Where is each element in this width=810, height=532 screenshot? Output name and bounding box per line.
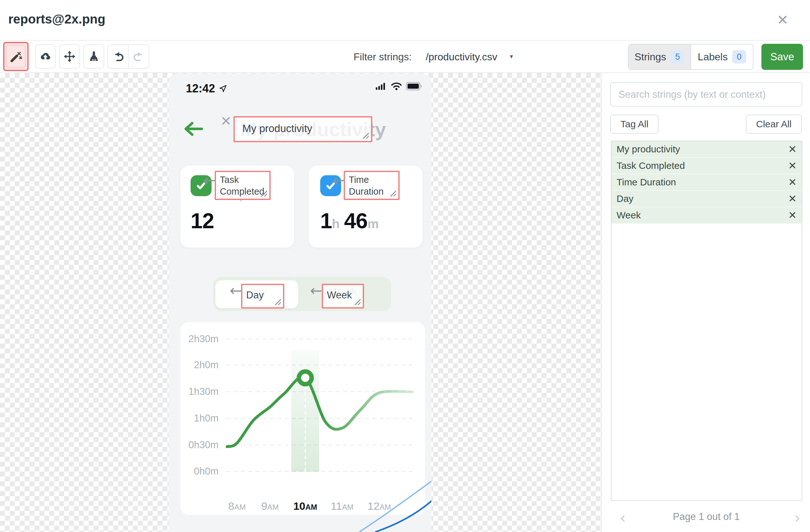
undo-redo-group [107, 45, 149, 69]
redo-icon [131, 49, 146, 64]
string-text: Time Duration [617, 177, 788, 188]
filter-strings-control: Filter strings: /productivity.csv ▼ [354, 40, 514, 73]
week-tag-text: Week [327, 289, 352, 301]
task-tag-text: Task Completed [220, 174, 268, 197]
highlight-band [291, 350, 319, 472]
tag-arrow-icon: ← [310, 283, 322, 298]
string-row[interactable]: My productivity ✕ [612, 141, 802, 158]
duration-value: 1 h 46 m [320, 208, 379, 233]
x-tick[interactable]: 9AM [251, 500, 289, 512]
x-tick[interactable]: 8AM [218, 500, 256, 512]
chevron-down-icon[interactable]: ▼ [508, 54, 514, 60]
filter-strings-label: Filter strings: [354, 51, 412, 63]
brush-icon [87, 50, 100, 63]
x-tick[interactable]: 11AM [323, 500, 361, 512]
tag-arrow-icon: ← [230, 283, 242, 298]
string-row[interactable]: Week ✕ [612, 207, 802, 224]
productivity-chart: 2h30m 2h0m 1h30m 1h0m 0h30m 0h0m 8AM 9AM… [180, 322, 425, 515]
clear-all-button[interactable]: Clear All [746, 115, 802, 134]
task-completed-string-tag[interactable]: Task Completed [215, 171, 271, 200]
strings-count-badge: 5 [670, 50, 684, 64]
title-string-tag[interactable]: My productivity [233, 116, 372, 142]
toolbar: Filter strings: /productivity.csv ▼ Stri… [0, 40, 810, 73]
time-duration-string-tag[interactable]: Time Duration [344, 171, 400, 200]
string-text: My productivity [617, 144, 788, 154]
tab-strings-label: Strings [634, 51, 666, 63]
y-tick: 2h0m [183, 359, 218, 371]
location-arrow-icon [219, 84, 227, 93]
battery-icon [406, 82, 422, 90]
remove-string-icon[interactable]: ✕ [788, 177, 797, 187]
search-input[interactable] [610, 82, 803, 107]
week-string-tag[interactable]: Week [322, 284, 364, 309]
app-window: reports@2x.png ✕ [0, 0, 810, 532]
brush-tool-button[interactable] [83, 45, 104, 69]
day-tag-text: Day [246, 289, 264, 301]
y-tick: 0h30m [183, 439, 218, 451]
tasks-value: 12 [191, 208, 214, 233]
upload-button[interactable] [35, 45, 56, 69]
phone-screenshot: 12:42 [169, 73, 431, 532]
tab-labels[interactable]: Labels 0 [691, 45, 753, 69]
tab-strings[interactable]: Strings 5 [629, 45, 691, 69]
string-text: Week [617, 210, 788, 221]
time-tag-text: Time Duration [349, 174, 396, 197]
phone-status-bar: 12:42 [169, 81, 431, 97]
remove-string-icon[interactable]: ✕ [788, 210, 797, 220]
y-tick: 2h30m [183, 333, 218, 345]
move-tool-button[interactable] [59, 45, 80, 69]
move-icon [63, 50, 76, 63]
cellular-signal-icon [375, 82, 387, 90]
wifi-icon [391, 82, 402, 90]
next-page-icon[interactable]: › [795, 509, 800, 526]
resize-handle-icon[interactable] [274, 299, 281, 305]
title-tag-text: My productivity [242, 122, 312, 135]
strings-list: My productivity ✕ Task Completed ✕ Time … [611, 140, 803, 501]
tag-arrow-icon: ← [333, 173, 345, 187]
tag-all-button[interactable]: Tag All [610, 115, 659, 134]
remove-string-icon[interactable]: ✕ [788, 161, 797, 171]
highlight-point-marker[interactable] [299, 371, 312, 384]
y-tick: 0h0m [183, 465, 218, 478]
x-tick[interactable]: 12AM [360, 500, 398, 512]
filter-file-select[interactable]: /productivity.csv [426, 51, 497, 63]
strings-panel: Tag All Clear All My productivity ✕ Task… [601, 73, 810, 532]
back-arrow-icon[interactable] [182, 121, 204, 136]
y-tick: 1h0m [183, 412, 218, 425]
close-icon: ✕ [777, 12, 789, 28]
y-tick: 1h30m [183, 385, 218, 398]
redo-button[interactable] [128, 45, 149, 68]
magic-wand-tool-active[interactable] [3, 42, 29, 71]
tab-labels-label: Labels [698, 51, 728, 63]
file-title: reports@2x.png [8, 12, 106, 26]
string-row[interactable]: Day ✕ [612, 191, 802, 207]
close-dialog-button[interactable]: ✕ [773, 10, 793, 30]
x-tick-selected[interactable]: 10AM [286, 500, 324, 512]
string-row[interactable]: Task Completed ✕ [612, 158, 802, 174]
save-button[interactable]: Save [761, 44, 803, 70]
magic-wand-button[interactable] [6, 45, 26, 68]
labels-count-badge: 0 [732, 50, 746, 64]
undo-button[interactable] [108, 45, 128, 68]
strings-labels-tabs: Strings 5 Labels 0 [628, 44, 754, 70]
status-time: 12:42 [186, 82, 215, 95]
resize-handle-icon[interactable] [362, 132, 369, 139]
pagination: ‹ Page 1 out of 1 › [602, 509, 810, 528]
cloud-upload-icon [39, 50, 52, 63]
remove-title-tag-icon[interactable]: ✕ [221, 113, 231, 129]
string-text: Task Completed [617, 160, 788, 171]
editor-canvas[interactable]: 12:42 [0, 73, 601, 532]
chart-line [227, 377, 413, 447]
string-text: Day [617, 193, 788, 204]
remove-string-icon[interactable]: ✕ [788, 194, 797, 204]
page-indicator: Page 1 out of 1 [602, 511, 810, 522]
header: reports@2x.png ✕ [0, 0, 810, 40]
string-row[interactable]: Time Duration ✕ [612, 174, 802, 191]
resize-handle-icon[interactable] [354, 299, 360, 305]
undo-icon [111, 49, 126, 64]
tag-arrow-icon: ← [204, 173, 216, 187]
day-string-tag[interactable]: Day [241, 284, 284, 309]
remove-string-icon[interactable]: ✕ [788, 144, 797, 154]
magic-wand-icon [9, 50, 23, 64]
